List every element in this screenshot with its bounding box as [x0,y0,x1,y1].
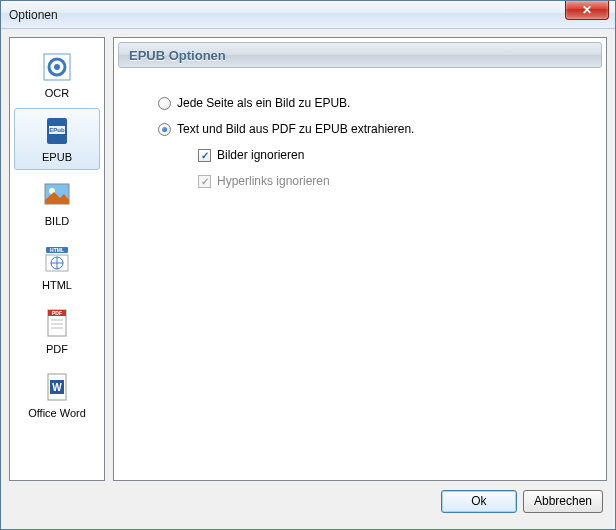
sidebar-item-word[interactable]: W Office Word [14,364,100,426]
svg-text:W: W [52,382,62,393]
sidebar-item-label: Office Word [28,407,86,419]
svg-text:PDF: PDF [52,310,62,316]
pdf-icon: PDF [39,305,75,341]
checkbox-label: Bilder ignorieren [217,148,304,162]
svg-point-2 [54,64,60,70]
content-panel: EPUB Optionen Jede Seite als ein Bild zu… [113,37,607,481]
word-icon: W [39,369,75,405]
section-header: EPUB Optionen [118,42,602,68]
radio-label: Jede Seite als ein Bild zu EPUB. [177,96,350,110]
checkbox-ignore-hyperlinks: ✓ Hyperlinks ignorieren [198,174,586,188]
titlebar: Optionen ✕ [1,1,615,29]
checkbox-ignore-images[interactable]: ✓ Bilder ignorieren [198,148,586,162]
cancel-button[interactable]: Abbrechen [523,490,603,513]
sidebar-item-label: PDF [46,343,68,355]
close-button[interactable]: ✕ [565,1,609,20]
section-title: EPUB Optionen [129,48,226,63]
checkbox-label: Hyperlinks ignorieren [217,174,330,188]
radio-each-page-image[interactable]: Jede Seite als ein Bild zu EPUB. [158,96,586,110]
dialog-window: Optionen ✕ OCR [0,0,616,530]
svg-text:EPub: EPub [49,127,65,133]
radio-icon [158,123,171,136]
ocr-icon [39,49,75,85]
sidebar-item-ocr[interactable]: OCR [14,44,100,106]
checkbox-icon: ✓ [198,175,211,188]
html-icon: HTML [39,241,75,277]
radio-extract-text-image[interactable]: Text und Bild aus PDF zu EPUB extrahiere… [158,122,586,136]
radio-label: Text und Bild aus PDF zu EPUB extrahiere… [177,122,414,136]
sidebar-item-html[interactable]: HTML HTML [14,236,100,298]
close-icon: ✕ [582,3,592,17]
ok-button[interactable]: Ok [441,490,517,513]
sidebar-item-label: EPUB [42,151,72,163]
sidebar-item-bild[interactable]: BILD [14,172,100,234]
sidebar-item-pdf[interactable]: PDF PDF [14,300,100,362]
epub-icon: EPub [39,113,75,149]
window-title: Optionen [9,8,58,22]
sidebar-item-epub[interactable]: EPub EPUB [14,108,100,170]
sidebar-item-label: OCR [45,87,69,99]
main-row: OCR EPub EPUB [9,37,607,481]
dialog-body: OCR EPub EPUB [1,29,615,529]
image-icon [39,177,75,213]
radio-icon [158,97,171,110]
button-label: Ok [471,494,486,508]
sidebar-item-label: HTML [42,279,72,291]
sidebar-item-label: BILD [45,215,69,227]
svg-text:HTML: HTML [50,247,64,253]
dialog-footer: Ok Abbrechen [9,481,607,521]
button-label: Abbrechen [534,494,592,508]
sidebar: OCR EPub EPUB [9,37,105,481]
checkbox-icon: ✓ [198,149,211,162]
options-group: Jede Seite als ein Bild zu EPUB. Text un… [114,72,606,188]
